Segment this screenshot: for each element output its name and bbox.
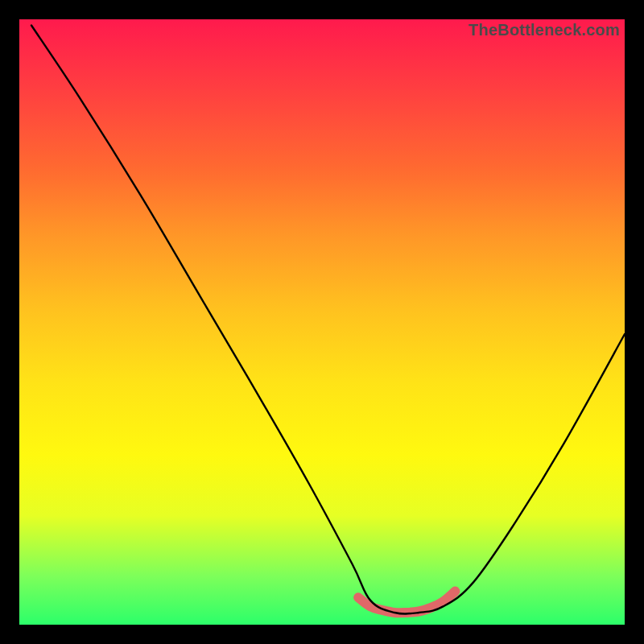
plot-area: TheBottleneck.com — [19, 19, 625, 625]
bottleneck-curve — [31, 26, 625, 614]
chart-frame: TheBottleneck.com — [0, 0, 644, 644]
chart-svg — [19, 19, 625, 625]
